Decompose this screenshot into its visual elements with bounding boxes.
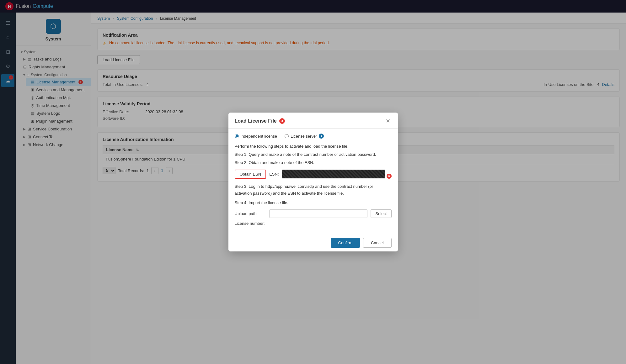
- step3-text: Step 3: Log in to http://app.huawei.com/…: [235, 183, 392, 197]
- modal-header: Load License File 3 ✕: [228, 113, 398, 129]
- load-license-modal: Load License File 3 ✕ Independent licens…: [228, 113, 398, 251]
- upload-path-input[interactable]: [269, 209, 368, 218]
- upload-path-row: Upload path: Select: [235, 209, 392, 218]
- radio-server-input[interactable]: [285, 134, 289, 138]
- modal-body: Independent license License server ℹ Per…: [228, 129, 398, 234]
- obtain-esn-button[interactable]: Obtain ESN: [235, 170, 266, 179]
- confirm-button[interactable]: Confirm: [331, 238, 360, 248]
- step1-text: Step 1: Query and make a note of the con…: [235, 151, 392, 158]
- select-button[interactable]: Select: [371, 209, 391, 218]
- modal-title-text: Load License File: [235, 118, 277, 124]
- cancel-button[interactable]: Cancel: [363, 238, 391, 248]
- radio-independent[interactable]: Independent license: [235, 134, 277, 139]
- radio-independent-input[interactable]: [235, 134, 239, 138]
- esn-value-block: [282, 170, 385, 178]
- modal-step-badge: 3: [279, 118, 285, 124]
- radio-group: Independent license License server ℹ: [235, 134, 392, 139]
- step4-text: Step 4: Import the license file.: [235, 199, 392, 206]
- license-number-row: License number:: [235, 221, 392, 226]
- modal-title: Load License File 3: [235, 118, 285, 124]
- esn-row: Obtain ESN ESN: 4: [235, 170, 392, 179]
- modal-overlay: Load License File 3 ✕ Independent licens…: [0, 0, 626, 364]
- steps-intro: Perform the following steps to activate …: [235, 143, 392, 150]
- radio-server-label: License server: [291, 134, 317, 139]
- esn-badge: 4: [387, 174, 392, 179]
- modal-close-button[interactable]: ✕: [384, 118, 392, 124]
- license-number-label: License number:: [235, 221, 266, 226]
- upload-path-label: Upload path:: [235, 211, 266, 216]
- modal-footer: Confirm Cancel: [228, 234, 398, 251]
- radio-independent-label: Independent license: [241, 134, 277, 139]
- radio-server[interactable]: License server ℹ: [285, 134, 324, 139]
- info-icon[interactable]: ℹ: [319, 134, 324, 139]
- step3-text-block: Step 3: Log in to http://app.huawei.com/…: [235, 183, 392, 206]
- esn-label: ESN:: [269, 172, 279, 177]
- step2-text: Step 2: Obtain and make a note of the ES…: [235, 159, 392, 166]
- steps-text: Perform the following steps to activate …: [235, 143, 392, 166]
